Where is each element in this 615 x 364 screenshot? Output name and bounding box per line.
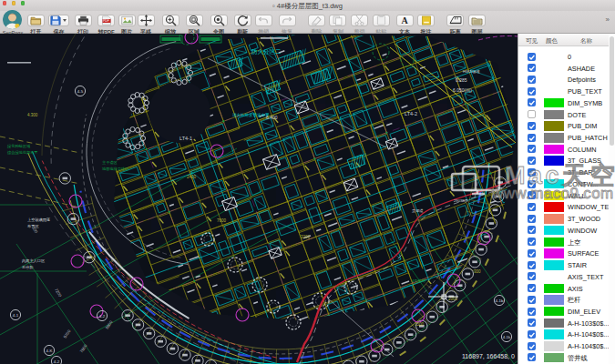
svg-text:4-2: 4-2: [99, 314, 106, 318]
svg-text:内庭主入口区: 内庭主入口区: [22, 258, 46, 263]
svg-text:116897, 166458, 0: 116897, 166458, 0: [462, 353, 515, 359]
svg-text:4-1: 4-1: [13, 313, 19, 318]
svg-text:3200: 3200: [301, 235, 311, 239]
svg-text:2400: 2400: [187, 175, 197, 179]
svg-text:地面电排管线区: 地面电排管线区: [101, 167, 129, 171]
svg-text:6.400: 6.400: [266, 115, 278, 120]
svg-text:景观道: 景观道: [412, 208, 424, 213]
svg-text:29038(3: 29038(3: [454, 198, 468, 203]
svg-text:4-2: 4-2: [54, 359, 60, 364]
svg-text:石台阶: 石台阶: [22, 265, 34, 269]
svg-text:2000: 2000: [448, 297, 458, 301]
svg-text:综合绿地花架布置: 综合绿地花架布置: [7, 150, 38, 155]
svg-text:4-5: 4-5: [77, 89, 84, 94]
svg-text:4.300: 4.300: [27, 113, 38, 117]
svg-text:4-K: 4-K: [46, 349, 53, 353]
svg-text:LT4-1: LT4-1: [179, 136, 192, 141]
svg-text:4-1b: 4-1b: [496, 298, 504, 303]
svg-text:4号楼前: 4号楼前: [412, 278, 426, 283]
svg-text:主干道区: 主干道区: [102, 160, 118, 165]
svg-text:消火栓给水管道布置: 消火栓给水管道布置: [232, 112, 270, 117]
svg-text:4-1k: 4-1k: [503, 335, 511, 339]
svg-text:6.050(间): 6.050(间): [453, 87, 472, 94]
svg-text:绿化种植区域: 绿化种植区域: [7, 144, 31, 148]
svg-text:LT4-2: LT4-2: [405, 111, 417, 116]
svg-text:0.285: 0.285: [456, 77, 467, 83]
svg-text:1500: 1500: [415, 322, 425, 327]
svg-text:上空玻璃雨蓬: 上空玻璃雨蓬: [27, 217, 50, 222]
svg-text:7600: 7600: [217, 218, 227, 223]
svg-text:PDF: PDF: [103, 19, 109, 23]
svg-text:防火分区二: 防火分区二: [251, 48, 282, 56]
svg-text:300: 300: [474, 269, 481, 274]
